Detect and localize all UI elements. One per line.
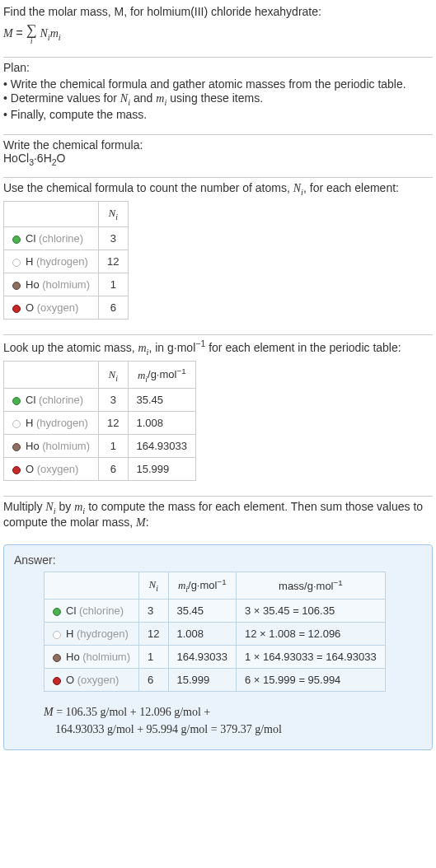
table-header-row: Ni mi/g·mol−1 <box>4 362 196 389</box>
mi-cell: 15.999 <box>128 458 195 481</box>
element-dot-icon <box>53 654 61 662</box>
table-row: Ho (holmium) 1 <box>4 273 129 296</box>
plan-section: Plan: • Write the chemical formula and g… <box>0 58 436 134</box>
element-dot-icon <box>53 631 61 639</box>
table-row: H (hydrogen) 12 1.008 12 × 1.008 = 12.09… <box>45 623 386 646</box>
plan-item: • Determine values for Ni and mi using t… <box>3 91 433 107</box>
table-row: O (oxygen) 6 15.999 6 × 15.999 = 95.994 <box>45 669 386 692</box>
lookup-mass-section: Look up the atomic mass, mi, in g·mol−1 … <box>0 335 436 496</box>
answer-table: Ni mi/g·mol−1 mass/g·mol−1 Cl (chlorine)… <box>44 572 386 692</box>
formula-lhs: M <box>3 27 13 40</box>
element-cell: Cl (chlorine) <box>4 389 99 412</box>
summation-icon: ∑ i <box>26 22 37 45</box>
element-cell: Cl (chlorine) <box>4 226 99 250</box>
table-row: Cl (chlorine) 3 35.45 <box>4 389 196 412</box>
title-text: Find the molar mass, M, for holmium(III)… <box>3 5 321 18</box>
multiply-text: Multiply Ni by mi to compute the mass fo… <box>3 500 433 530</box>
mi-cell: 1.008 <box>168 623 236 646</box>
element-cell: Cl (chlorine) <box>45 600 139 623</box>
mi-cell: 15.999 <box>168 669 236 692</box>
ni-cell: 1 <box>139 646 168 669</box>
mi-cell: 164.93033 <box>168 646 236 669</box>
table-header-row: Ni <box>4 202 129 227</box>
element-dot-icon <box>53 677 61 685</box>
element-dot-icon <box>12 305 21 313</box>
answer-box: Answer: Ni mi/g·mol−1 mass/g·mol−1 Cl (c… <box>3 544 433 750</box>
element-cell: H (hydrogen) <box>45 623 139 646</box>
element-cell: O (oxygen) <box>45 669 139 692</box>
chemical-formula: HoCl3·6H2O <box>3 152 433 167</box>
answer-final: M = M = 106.35 g/mol + 12.096 g/mol +106… <box>44 703 422 738</box>
count-atoms-text: Use the chemical formula to count the nu… <box>3 181 433 197</box>
table-row: H (hydrogen) 12 1.008 <box>4 412 196 435</box>
ni-cell: 12 <box>99 250 128 273</box>
table-header-row: Ni mi/g·mol−1 mass/g·mol−1 <box>45 572 386 600</box>
element-cell: H (hydrogen) <box>4 250 99 273</box>
plan-heading: Plan: <box>3 61 433 74</box>
table-header-mi: mi/g·mol−1 <box>168 572 236 600</box>
mi-cell: 35.45 <box>168 600 236 623</box>
table-header-empty <box>45 572 139 600</box>
ni-cell: 6 <box>99 458 128 481</box>
table-row: Ho (holmium) 1 164.93033 <box>4 435 196 458</box>
plan-item: • Finally, compute the mass. <box>3 108 433 121</box>
title-line: Find the molar mass, M, for holmium(III)… <box>3 3 433 21</box>
element-dot-icon <box>12 282 21 290</box>
element-dot-icon <box>12 420 21 428</box>
intro-section: Find the molar mass, M, for holmium(III)… <box>0 0 436 57</box>
table-row: O (oxygen) 6 <box>4 296 129 319</box>
ni-cell: 6 <box>99 296 128 319</box>
table-row: Cl (chlorine) 3 <box>4 226 129 250</box>
ni-cell: 1 <box>99 435 128 458</box>
table-header-ni: Ni <box>99 202 128 227</box>
element-dot-icon <box>12 236 21 244</box>
multiply-section: Multiply Ni by mi to compute the mass fo… <box>0 497 436 539</box>
table-header-ni: Ni <box>139 572 168 600</box>
element-cell: O (oxygen) <box>4 296 99 319</box>
table-row: Ho (holmium) 1 164.93033 1 × 164.93033 =… <box>45 646 386 669</box>
table-header-mass: mass/g·mol−1 <box>236 572 385 600</box>
mass-cell: 1 × 164.93033 = 164.93033 <box>236 646 385 669</box>
table-row: H (hydrogen) 12 <box>4 250 129 273</box>
mi-cell: 1.008 <box>128 412 195 435</box>
lookup-mass-text: Look up the atomic mass, mi, in g·mol−1 … <box>3 338 433 356</box>
element-cell: Ho (holmium) <box>4 435 99 458</box>
molar-mass-formula: M = ∑ i Nimi <box>3 22 433 45</box>
element-cell: H (hydrogen) <box>4 412 99 435</box>
table-header-ni: Ni <box>99 362 128 389</box>
table-header-empty <box>4 362 99 389</box>
element-dot-icon <box>12 466 21 474</box>
plan-list: • Write the chemical formula and gather … <box>3 77 433 121</box>
table-header-mi: mi/g·mol−1 <box>128 362 195 389</box>
ni-cell: 12 <box>139 623 168 646</box>
count-atoms-section: Use the chemical formula to count the nu… <box>0 178 436 334</box>
mi-cell: 164.93033 <box>128 435 195 458</box>
ni-cell: 1 <box>99 273 128 296</box>
element-cell: Ho (holmium) <box>4 273 99 296</box>
element-cell: Ho (holmium) <box>45 646 139 669</box>
mass-cell: 6 × 15.999 = 95.994 <box>236 669 385 692</box>
mass-cell: 12 × 1.008 = 12.096 <box>236 623 385 646</box>
mass-cell: 3 × 35.45 = 106.35 <box>236 600 385 623</box>
ni-cell: 3 <box>139 600 168 623</box>
ni-cell: 3 <box>99 226 128 250</box>
element-cell: O (oxygen) <box>4 458 99 481</box>
plan-item: • Write the chemical formula and gather … <box>3 77 433 91</box>
table-header-empty <box>4 202 99 227</box>
answer-label: Answer: <box>14 553 422 567</box>
ni-cell: 3 <box>99 389 128 412</box>
atom-count-table: Ni Cl (chlorine) 3 H (hydrogen) 12 Ho (h… <box>3 201 129 320</box>
write-formula-section: Write the chemical formula: HoCl3·6H2O <box>0 135 436 177</box>
element-dot-icon <box>12 259 21 267</box>
atomic-mass-table: Ni mi/g·mol−1 Cl (chlorine) 3 35.45 H (h… <box>3 361 196 481</box>
element-dot-icon <box>53 608 61 616</box>
table-row: O (oxygen) 6 15.999 <box>4 458 196 481</box>
mi-cell: 35.45 <box>128 389 195 412</box>
element-dot-icon <box>12 397 21 405</box>
ni-cell: 12 <box>99 412 128 435</box>
write-formula-label: Write the chemical formula: <box>3 138 433 152</box>
ni-cell: 6 <box>139 669 168 692</box>
element-dot-icon <box>12 443 21 451</box>
table-row: Cl (chlorine) 3 35.45 3 × 35.45 = 106.35 <box>45 600 386 623</box>
